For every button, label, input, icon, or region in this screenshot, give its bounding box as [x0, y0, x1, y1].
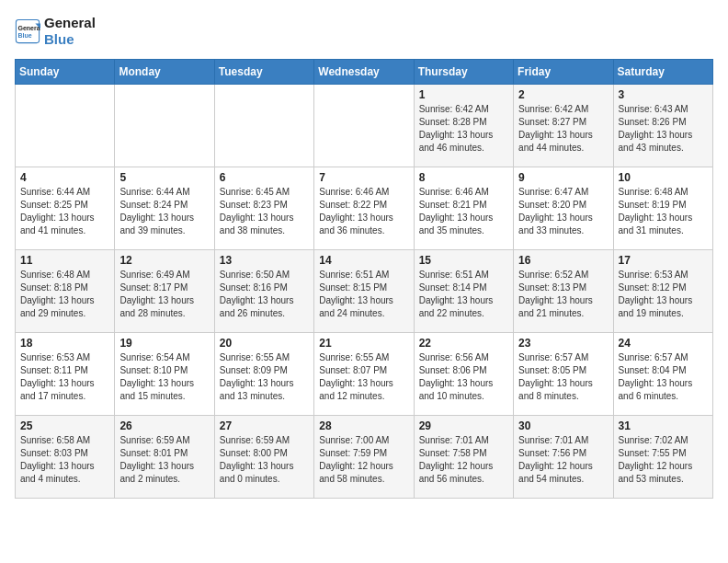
- day-info: Sunrise: 6:58 AMSunset: 8:03 PMDaylight:…: [20, 434, 109, 486]
- calendar-day-16: 16Sunrise: 6:52 AMSunset: 8:13 PMDayligh…: [514, 250, 613, 333]
- day-number: 1: [419, 88, 508, 101]
- day-number: 15: [419, 254, 508, 267]
- day-number: 27: [220, 419, 309, 432]
- calendar-table: SundayMondayTuesdayWednesdayThursdayFrid…: [15, 59, 713, 499]
- day-number: 29: [419, 419, 508, 432]
- day-info: Sunrise: 6:51 AMSunset: 8:15 PMDaylight:…: [319, 269, 408, 320]
- calendar-day-21: 21Sunrise: 6:55 AMSunset: 8:07 PMDayligh…: [314, 333, 414, 416]
- day-info: Sunrise: 6:54 AMSunset: 8:10 PMDaylight:…: [119, 351, 209, 403]
- day-number: 25: [20, 419, 109, 432]
- day-number: 5: [119, 171, 209, 184]
- day-number: 18: [20, 337, 109, 350]
- weekday-header-friday: Friday: [514, 60, 613, 85]
- day-info: Sunrise: 6:57 AMSunset: 8:05 PMDaylight:…: [518, 351, 608, 403]
- day-info: Sunrise: 6:45 AMSunset: 8:23 PMDaylight:…: [220, 186, 309, 237]
- day-info: Sunrise: 6:59 AMSunset: 8:01 PMDaylight:…: [119, 434, 209, 486]
- day-info: Sunrise: 7:02 AMSunset: 7:55 PMDaylight:…: [619, 434, 708, 486]
- calendar-empty-cell: [214, 85, 313, 167]
- day-number: 13: [220, 254, 309, 267]
- calendar-day-12: 12Sunrise: 6:49 AMSunset: 8:17 PMDayligh…: [115, 250, 214, 333]
- calendar-day-27: 27Sunrise: 6:59 AMSunset: 8:00 PMDayligh…: [214, 416, 313, 499]
- calendar-day-18: 18Sunrise: 6:53 AMSunset: 8:11 PMDayligh…: [16, 333, 115, 416]
- day-info: Sunrise: 6:48 AMSunset: 8:18 PMDaylight:…: [20, 269, 109, 320]
- calendar-day-11: 11Sunrise: 6:48 AMSunset: 8:18 PMDayligh…: [16, 250, 115, 333]
- calendar-day-20: 20Sunrise: 6:55 AMSunset: 8:09 PMDayligh…: [214, 333, 313, 416]
- day-number: 2: [518, 88, 608, 101]
- day-info: Sunrise: 6:57 AMSunset: 8:04 PMDaylight:…: [619, 351, 708, 403]
- day-number: 16: [518, 254, 608, 267]
- day-info: Sunrise: 6:42 AMSunset: 8:28 PMDaylight:…: [419, 103, 508, 155]
- calendar-day-29: 29Sunrise: 7:01 AMSunset: 7:58 PMDayligh…: [414, 416, 513, 499]
- day-info: Sunrise: 6:53 AMSunset: 8:12 PMDaylight:…: [619, 269, 708, 320]
- calendar-day-7: 7Sunrise: 6:46 AMSunset: 8:22 PMDaylight…: [314, 167, 414, 250]
- day-info: Sunrise: 6:42 AMSunset: 8:27 PMDaylight:…: [518, 103, 608, 155]
- calendar-week-row: 11Sunrise: 6:48 AMSunset: 8:18 PMDayligh…: [16, 250, 713, 333]
- day-number: 20: [220, 337, 309, 350]
- day-info: Sunrise: 6:44 AMSunset: 8:25 PMDaylight:…: [20, 186, 109, 237]
- day-number: 31: [619, 419, 708, 432]
- day-number: 12: [119, 254, 209, 267]
- day-number: 21: [319, 337, 408, 350]
- day-number: 22: [419, 337, 508, 350]
- day-number: 7: [319, 171, 408, 184]
- day-info: Sunrise: 6:55 AMSunset: 8:07 PMDaylight:…: [319, 351, 408, 403]
- calendar-day-6: 6Sunrise: 6:45 AMSunset: 8:23 PMDaylight…: [214, 167, 313, 250]
- calendar-day-30: 30Sunrise: 7:01 AMSunset: 7:56 PMDayligh…: [514, 416, 613, 499]
- calendar-day-25: 25Sunrise: 6:58 AMSunset: 8:03 PMDayligh…: [16, 416, 115, 499]
- day-info: Sunrise: 6:52 AMSunset: 8:13 PMDaylight:…: [518, 269, 608, 320]
- day-info: Sunrise: 6:46 AMSunset: 8:21 PMDaylight:…: [419, 186, 508, 237]
- calendar-week-row: 25Sunrise: 6:58 AMSunset: 8:03 PMDayligh…: [16, 416, 713, 499]
- calendar-day-1: 1Sunrise: 6:42 AMSunset: 8:28 PMDaylight…: [414, 85, 513, 167]
- weekday-header-monday: Monday: [115, 60, 214, 85]
- day-info: Sunrise: 6:55 AMSunset: 8:09 PMDaylight:…: [220, 351, 309, 403]
- day-number: 26: [119, 419, 209, 432]
- calendar-day-3: 3Sunrise: 6:43 AMSunset: 8:26 PMDaylight…: [613, 85, 712, 167]
- day-number: 23: [518, 337, 608, 350]
- calendar-day-23: 23Sunrise: 6:57 AMSunset: 8:05 PMDayligh…: [514, 333, 613, 416]
- day-info: Sunrise: 6:46 AMSunset: 8:22 PMDaylight:…: [319, 186, 408, 237]
- day-info: Sunrise: 7:00 AMSunset: 7:59 PMDaylight:…: [319, 434, 408, 486]
- calendar-week-row: 18Sunrise: 6:53 AMSunset: 8:11 PMDayligh…: [16, 333, 713, 416]
- weekday-header-thursday: Thursday: [414, 60, 513, 85]
- day-info: Sunrise: 6:50 AMSunset: 8:16 PMDaylight:…: [220, 269, 309, 320]
- calendar-day-24: 24Sunrise: 6:57 AMSunset: 8:04 PMDayligh…: [613, 333, 712, 416]
- day-info: Sunrise: 7:01 AMSunset: 7:56 PMDaylight:…: [518, 434, 608, 486]
- weekday-header-wednesday: Wednesday: [314, 60, 414, 85]
- day-number: 10: [619, 171, 708, 184]
- calendar-empty-cell: [314, 85, 414, 167]
- day-info: Sunrise: 6:49 AMSunset: 8:17 PMDaylight:…: [119, 269, 209, 320]
- calendar-day-8: 8Sunrise: 6:46 AMSunset: 8:21 PMDaylight…: [414, 167, 513, 250]
- weekday-header-saturday: Saturday: [613, 60, 712, 85]
- day-number: 24: [619, 337, 708, 350]
- day-number: 19: [119, 337, 209, 350]
- day-info: Sunrise: 7:01 AMSunset: 7:58 PMDaylight:…: [419, 434, 508, 486]
- calendar-day-19: 19Sunrise: 6:54 AMSunset: 8:10 PMDayligh…: [115, 333, 214, 416]
- day-number: 28: [319, 419, 408, 432]
- day-info: Sunrise: 6:44 AMSunset: 8:24 PMDaylight:…: [119, 186, 209, 237]
- calendar-day-4: 4Sunrise: 6:44 AMSunset: 8:25 PMDaylight…: [16, 167, 115, 250]
- calendar-day-17: 17Sunrise: 6:53 AMSunset: 8:12 PMDayligh…: [613, 250, 712, 333]
- day-number: 6: [220, 171, 309, 184]
- day-info: Sunrise: 6:59 AMSunset: 8:00 PMDaylight:…: [220, 434, 309, 486]
- calendar-week-row: 4Sunrise: 6:44 AMSunset: 8:25 PMDaylight…: [16, 167, 713, 250]
- calendar-header: SundayMondayTuesdayWednesdayThursdayFrid…: [16, 60, 713, 85]
- calendar-body: 1Sunrise: 6:42 AMSunset: 8:28 PMDaylight…: [16, 85, 713, 499]
- weekday-header-sunday: Sunday: [16, 60, 115, 85]
- calendar-empty-cell: [16, 85, 115, 167]
- day-info: Sunrise: 6:47 AMSunset: 8:20 PMDaylight:…: [518, 186, 608, 237]
- calendar-day-28: 28Sunrise: 7:00 AMSunset: 7:59 PMDayligh…: [314, 416, 414, 499]
- day-number: 17: [619, 254, 708, 267]
- day-number: 3: [619, 88, 708, 101]
- day-number: 11: [20, 254, 109, 267]
- day-info: Sunrise: 6:51 AMSunset: 8:14 PMDaylight:…: [419, 269, 508, 320]
- day-number: 14: [319, 254, 408, 267]
- svg-text:General: General: [18, 25, 41, 31]
- weekday-header-row: SundayMondayTuesdayWednesdayThursdayFrid…: [16, 60, 713, 85]
- calendar-day-31: 31Sunrise: 7:02 AMSunset: 7:55 PMDayligh…: [613, 416, 712, 499]
- logo-text: General Blue: [44, 15, 96, 48]
- svg-rect-0: [16, 19, 39, 42]
- day-number: 9: [518, 171, 608, 184]
- calendar-day-5: 5Sunrise: 6:44 AMSunset: 8:24 PMDaylight…: [115, 167, 214, 250]
- calendar-day-2: 2Sunrise: 6:42 AMSunset: 8:27 PMDaylight…: [514, 85, 613, 167]
- logo: General Blue General Blue: [15, 15, 96, 48]
